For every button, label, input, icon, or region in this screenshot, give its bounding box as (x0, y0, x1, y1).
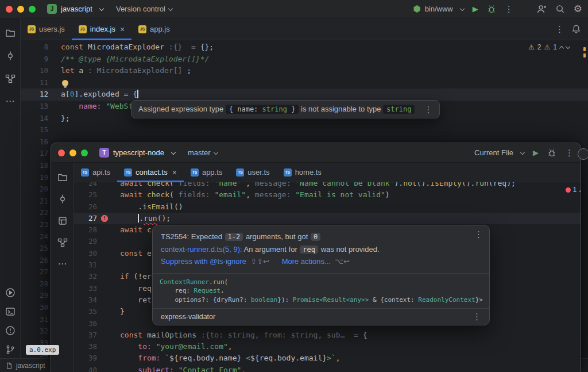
error-gutter-icon[interactable]: ! (97, 213, 112, 224)
statusbar-project-label[interactable]: javascript (16, 362, 45, 370)
zoom-window-button[interactable] (29, 6, 36, 13)
previous-problem-button[interactable] (559, 45, 564, 50)
problems-tool-button[interactable] (5, 325, 16, 336)
line-number[interactable]: 32 (21, 325, 48, 338)
line-number[interactable]: 38 (74, 341, 97, 352)
line-number[interactable]: 35 (74, 306, 97, 317)
link[interactable]: context-runner.d.ts(5, 9): (161, 245, 242, 254)
tab-index.js[interactable]: JSindex.js× (72, 18, 131, 40)
line-number[interactable]: 31 (74, 259, 97, 271)
commit-tool-button[interactable] (57, 194, 68, 204)
debug-button[interactable] (547, 148, 556, 158)
tab-app.js[interactable]: JSapp.js (131, 18, 177, 40)
line-number[interactable]: 28 (21, 278, 48, 290)
tab-api.ts[interactable]: TSapi.ts (74, 163, 117, 182)
close-tab-icon[interactable]: × (172, 168, 177, 177)
line-number[interactable]: 20 (21, 183, 48, 195)
line-number[interactable]: 32 (74, 271, 97, 282)
line-number[interactable]: 18 (21, 160, 48, 172)
code-line[interactable]: 37const mailOptions :{to: string, from: … (74, 329, 581, 341)
doc-more-actions-icon[interactable]: ⋮ (473, 312, 481, 321)
line-number[interactable]: 21 (21, 195, 48, 208)
project-tool-button[interactable] (57, 172, 68, 182)
line-number[interactable]: 8 (21, 41, 48, 53)
line-number[interactable]: 37 (74, 329, 97, 341)
project-selector[interactable]: J javascript (47, 4, 103, 14)
line-number[interactable]: 25 (21, 243, 48, 255)
line-number[interactable]: 25 (74, 189, 97, 201)
version-control-tool-button[interactable] (5, 344, 16, 355)
more-tools-button[interactable]: ⋯ (6, 97, 15, 106)
line-number[interactable]: 26 (21, 255, 48, 267)
line-number[interactable]: 28 (74, 224, 97, 236)
popup-more-actions-icon[interactable]: ⋮ (474, 230, 483, 239)
code-line[interactable]: 26 .isEmail() (74, 201, 581, 213)
minimize-window-button[interactable] (17, 6, 24, 13)
line-number[interactable]: 13 (21, 101, 48, 113)
code-line[interactable]: 9/** @type {MicrodataExploder[]}*/ (21, 53, 588, 66)
line-number[interactable]: 12 (21, 89, 48, 101)
line-number[interactable]: 34 (74, 294, 97, 306)
line-number[interactable]: 29 (74, 236, 97, 247)
tab-contact.ts[interactable]: TScontact.ts× (117, 163, 184, 182)
line-number[interactable]: 29 (21, 290, 48, 302)
project-tool-button[interactable] (5, 28, 16, 38)
run-configuration-selector[interactable]: bin/www (413, 5, 464, 13)
notifications-button[interactable] (571, 24, 581, 34)
line-number[interactable]: 27 (74, 213, 97, 224)
line-number[interactable]: 11 (21, 77, 48, 89)
line-number[interactable]: 39 (74, 352, 97, 364)
code-line[interactable]: 15 (21, 124, 588, 136)
line-number[interactable]: 10 (21, 65, 48, 77)
tab-options-button[interactable]: ⋮ (555, 25, 564, 33)
more-actions-button[interactable]: ⋮ (505, 5, 513, 13)
code-line[interactable]: 27! .run(); (74, 213, 581, 224)
line-number[interactable]: 24 (21, 231, 48, 243)
services-tool-button[interactable] (57, 216, 68, 226)
line-number[interactable]: 36 (74, 318, 97, 329)
minimize-window-button[interactable] (69, 149, 76, 156)
line-number[interactable]: 27 (21, 266, 48, 278)
link[interactable]: More actions... (282, 257, 331, 266)
code-line[interactable]: 25await check( fields: "email", message:… (74, 189, 581, 201)
code-line[interactable]: 12a[0].exploded = { (21, 89, 588, 101)
line-number[interactable]: 31 (21, 314, 48, 326)
next-problem-button[interactable] (566, 44, 570, 48)
code-line[interactable]: 39 from: `${req.body.name} <${req.body.e… (74, 352, 581, 364)
close-window-button[interactable] (58, 149, 65, 156)
tab-app.ts[interactable]: TSapp.ts (184, 163, 229, 182)
project-selector[interactable]: T typescript-node (99, 148, 175, 158)
branch-selector[interactable]: master (188, 148, 218, 157)
code-line[interactable]: 11 (21, 77, 588, 89)
fg-editor[interactable]: 24await check( fields: 'name' , message:… (74, 182, 581, 372)
search-everywhere-button[interactable] (555, 4, 565, 14)
line-number[interactable]: 23 (21, 219, 48, 231)
run-button[interactable]: ▶ (533, 148, 539, 157)
line-number[interactable]: 24 (74, 182, 97, 189)
breadcrumb[interactable]: a.0.exp (26, 345, 59, 355)
structure-tool-button[interactable] (5, 74, 16, 84)
more-tools-button[interactable]: ⋯ (58, 259, 67, 269)
inspection-widget[interactable]: ⚠ 2 ⚠ 1 (528, 43, 570, 51)
zoom-window-button[interactable] (81, 149, 88, 156)
code-line[interactable]: 8const MicrodataExploder :{} = {}; (21, 41, 588, 53)
line-number[interactable]: 16 (21, 136, 48, 148)
code-with-me-button[interactable] (536, 4, 547, 14)
code-line[interactable]: 38 to: "your@email.com", (74, 341, 581, 352)
terminal-tool-button[interactable] (5, 306, 16, 317)
structure-tool-button[interactable] (57, 237, 68, 248)
line-number[interactable]: 30 (21, 302, 48, 314)
run-tool-button[interactable] (5, 287, 16, 298)
line-number[interactable]: 40 (74, 365, 97, 372)
run-button[interactable]: ▶ (473, 5, 478, 13)
code-line[interactable]: 10let a : MicrodataExploder[] ; (21, 65, 588, 77)
link[interactable]: Suppress with @ts-ignore (161, 257, 246, 266)
tooltip-more-actions-icon[interactable]: ⋮ (424, 105, 432, 114)
line-number[interactable]: 33 (74, 283, 97, 294)
error-stripe-mark[interactable] (583, 53, 586, 57)
code-line[interactable]: 40 subject: "Contact Form", (74, 365, 581, 372)
close-tab-icon[interactable]: × (120, 25, 125, 34)
tab-home.ts[interactable]: TShome.ts (277, 163, 328, 182)
line-number[interactable]: 9 (21, 53, 48, 66)
line-number[interactable]: 15 (21, 124, 48, 136)
